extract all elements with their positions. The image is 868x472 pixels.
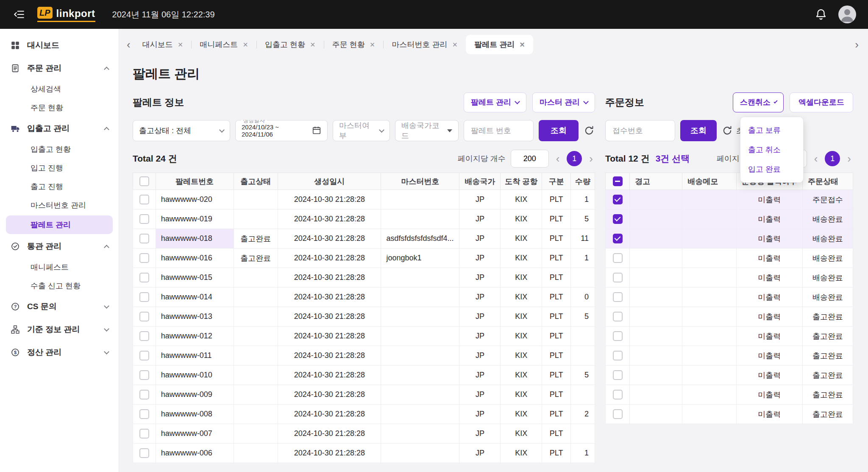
ship-status-select[interactable]: 출고상태 : 전체 [133,120,230,141]
sidebar-item[interactable]: 통관 관리 [0,235,119,258]
tab-close-icon[interactable]: × [178,40,183,49]
row-checkbox[interactable] [613,331,623,341]
row-checkbox[interactable] [139,370,149,380]
menu-item[interactable]: 출고 취소 [740,140,803,159]
row-checkbox[interactable] [139,253,149,263]
pallet-no-field[interactable] [464,120,534,141]
row-checkbox[interactable] [613,390,623,399]
tab[interactable]: 팔레트 관리× [466,35,533,54]
row-checkbox[interactable] [613,195,623,204]
pallet-no-cell[interactable]: hawwwww-015 [156,268,234,288]
tab[interactable]: 대시보드× [134,35,192,54]
scan-cancel-button[interactable]: 스캔취소 [733,92,784,112]
tabs-scroll-left-icon[interactable]: ‹ [123,39,134,50]
row-checkbox[interactable] [613,253,623,263]
sidebar-collapse-icon[interactable] [12,7,26,22]
sidebar-subitem[interactable]: 출고 진행 [0,177,119,196]
receipt-no-input[interactable] [612,126,669,136]
pallet-no-cell[interactable]: hawwwww-008 [156,405,234,424]
row-checkbox[interactable] [139,448,149,458]
row-checkbox[interactable] [139,195,149,204]
row-checkbox[interactable] [613,214,623,224]
user-avatar[interactable] [838,6,856,23]
pallet-no-cell[interactable]: hawwwww-010 [156,366,234,385]
sidebar-subitem[interactable]: 상세검색 [0,80,119,98]
excel-download-button[interactable]: 엑셀다운로드 [790,92,853,112]
pallet-no-cell[interactable]: hawwwww-009 [156,385,234,405]
sidebar-subitem[interactable]: 입고 진행 [0,159,119,177]
row-checkbox[interactable] [139,292,149,302]
receipt-no-field[interactable] [605,120,675,141]
calendar-icon[interactable] [312,126,321,136]
sidebar-subitem[interactable]: 팔레트 관리 [6,215,113,234]
sidebar-item[interactable]: 기준 정보 관리 [0,318,119,341]
pallet-search-button[interactable]: 조회 [539,120,579,141]
page-number-badge[interactable]: 1 [567,151,582,166]
pallet-no-cell[interactable]: hawwwww-018 [156,229,234,249]
sidebar-subitem[interactable]: 주문 현황 [0,98,119,117]
tab-close-icon[interactable]: × [520,40,525,49]
pallet-no-cell[interactable]: hawwwww-012 [156,327,234,346]
row-checkbox[interactable] [613,409,623,419]
created-date-range-input[interactable]: 생성일자 2024/10/23 ~ 2024/11/06 [235,120,328,141]
page-prev-icon[interactable]: ‹ [554,153,562,164]
row-checkbox[interactable] [139,331,149,341]
row-checkbox[interactable] [139,429,149,438]
sidebar-item[interactable]: 입출고 관리 [0,117,119,140]
page-number-badge[interactable]: 1 [825,151,840,166]
sidebar-item[interactable]: ?CS 문의 [0,295,119,318]
row-checkbox[interactable] [613,292,623,302]
tab-close-icon[interactable]: × [370,40,375,49]
row-checkbox[interactable] [139,214,149,224]
pallet-no-cell[interactable]: hawwwww-011 [156,346,234,366]
tab[interactable]: 입출고 현황× [256,35,324,54]
sidebar-subitem[interactable]: 수출 신고 현황 [0,276,119,295]
sidebar-item[interactable]: $정산 관리 [0,341,119,364]
pallet-no-cell[interactable]: hawwwww-016 [156,249,234,268]
notification-bell-icon[interactable] [815,8,827,21]
tab[interactable]: 주문 현황× [324,35,384,54]
row-checkbox[interactable] [613,312,623,321]
row-checkbox[interactable] [613,273,623,282]
tab-close-icon[interactable]: × [243,40,248,49]
pallet-reset-button[interactable]: 초기화 [584,125,595,136]
select-all-checkbox[interactable] [139,176,149,186]
pallet-no-cell[interactable]: hawwwww-013 [156,307,234,327]
row-checkbox[interactable] [139,409,149,419]
pallet-no-cell[interactable]: hawwwww-019 [156,209,234,229]
row-checkbox[interactable] [613,351,623,360]
select-all-checkbox[interactable] [613,176,623,186]
pallet-no-cell[interactable]: hawwwww-006 [156,444,234,463]
row-checkbox[interactable] [139,351,149,360]
row-checkbox[interactable] [139,390,149,399]
pallet-no-cell[interactable]: hawwwww-007 [156,424,234,444]
sidebar-subitem[interactable]: 입출고 현황 [0,140,119,159]
page-prev-icon[interactable]: ‹ [812,153,820,164]
page-next-icon[interactable]: › [587,153,595,164]
pallet-no-cell[interactable]: hawwwww-014 [156,288,234,307]
pallet-no-cell[interactable]: hawwwww-020 [156,190,234,209]
manage-dropdown-button[interactable]: 마스터 관리 [532,92,595,112]
sidebar-subitem[interactable]: 마스터번호 관리 [0,196,119,215]
linkport-logo[interactable]: LP linkport [37,7,95,22]
row-checkbox[interactable] [139,234,149,243]
master-yn-select[interactable]: 마스터여부 [333,120,390,141]
menu-item[interactable]: 입고 완료 [740,159,803,179]
pallet-no-input[interactable] [470,126,527,136]
per-page-input[interactable] [511,150,549,168]
sidebar-subitem[interactable]: 매니페스트 [0,258,119,276]
sidebar-item[interactable]: 주문 관리 [0,57,119,80]
row-checkbox[interactable] [613,234,623,243]
sidebar-item[interactable]: 대시보드 [0,34,119,57]
country-code-select[interactable]: 배송국가코드 [395,120,459,141]
menu-item[interactable]: 출고 보류 [740,120,803,140]
page-next-icon[interactable]: › [845,153,853,164]
row-checkbox[interactable] [613,370,623,380]
row-checkbox[interactable] [139,312,149,321]
order-search-button[interactable]: 조회 [680,120,717,141]
tab[interactable]: 매니페스트× [191,35,256,54]
tab-close-icon[interactable]: × [452,40,457,49]
tab[interactable]: 마스터번호 관리× [383,35,466,54]
manage-dropdown-button[interactable]: 팔레트 관리 [464,92,526,112]
tab-close-icon[interactable]: × [310,40,315,49]
